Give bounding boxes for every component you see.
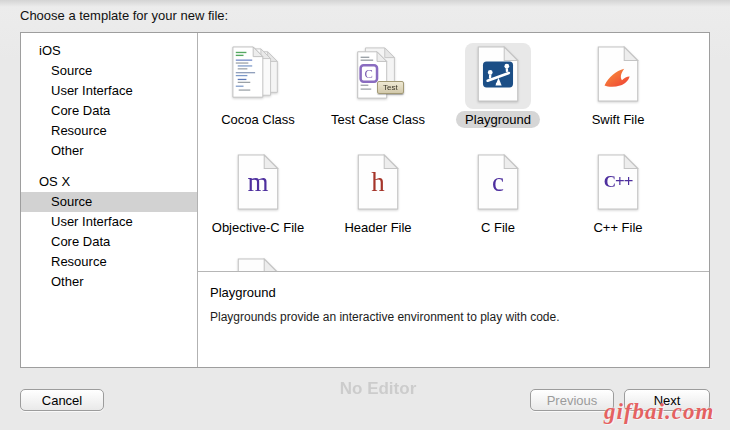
- partial-doc-icon: [235, 258, 281, 271]
- sidebar-item-osx-other[interactable]: Other: [21, 272, 197, 292]
- header-file-icon-wrap: h: [345, 151, 411, 217]
- swift-file-icon-wrap: [585, 43, 651, 109]
- template-cocoa-class[interactable]: Cocoa Class: [198, 43, 318, 151]
- sidebar-item-osx-core-data[interactable]: Core Data: [21, 232, 197, 252]
- next-button[interactable]: Next: [624, 389, 710, 411]
- c-file-icon: c: [475, 154, 521, 214]
- sidebar-item-ios-resource[interactable]: Resource: [21, 121, 197, 141]
- template-label: Header File: [344, 220, 411, 235]
- template-cpp-file[interactable]: C++ C++ File: [558, 151, 678, 255]
- cancel-button[interactable]: Cancel: [20, 389, 104, 411]
- test-case-class-icon: C Test: [350, 45, 406, 107]
- template-label-selected: Playground: [456, 112, 540, 127]
- cocoa-class-icon: [230, 45, 286, 107]
- sidebar-item-osx-source[interactable]: Source: [21, 192, 197, 212]
- sidebar-section-osx: OS X: [21, 172, 197, 192]
- template-test-case-class[interactable]: C Test Test Case Class: [318, 43, 438, 151]
- cpp-file-icon: C++: [595, 154, 641, 214]
- partial-doc-icon-wrap: [225, 255, 291, 271]
- cpp-file-icon-wrap: C++: [585, 151, 651, 217]
- objective-c-file-icon: m: [235, 154, 281, 214]
- template-label: Cocoa Class: [221, 112, 295, 127]
- template-playground[interactable]: Playground: [438, 43, 558, 151]
- sidebar-item-ios-other[interactable]: Other: [21, 141, 197, 161]
- template-partial-row3[interactable]: [198, 255, 318, 271]
- template-label: Swift File: [592, 112, 645, 127]
- svg-text:C: C: [365, 67, 373, 81]
- template-header-file[interactable]: h Header File: [318, 151, 438, 255]
- detail-divider: [198, 271, 709, 272]
- swift-file-icon: [595, 46, 641, 106]
- previous-button[interactable]: Previous: [530, 389, 614, 411]
- sidebar-item-ios-core-data[interactable]: Core Data: [21, 101, 197, 121]
- header-file-icon: h: [355, 154, 401, 214]
- template-grid: Cocoa Class C: [198, 33, 709, 271]
- template-label: Test Case Class: [331, 112, 425, 127]
- sidebar-section-ios: iOS: [21, 41, 197, 61]
- template-c-file[interactable]: c C File: [438, 151, 558, 255]
- c-file-icon-wrap: c: [465, 151, 531, 217]
- playground-icon: [475, 46, 521, 106]
- template-swift-file[interactable]: Swift File: [558, 43, 678, 151]
- category-sidebar: iOS Source User Interface Core Data Reso…: [21, 33, 198, 367]
- template-objective-c-file[interactable]: m Objective-C File: [198, 151, 318, 255]
- template-label: C File: [481, 220, 515, 235]
- detail-title: Playground: [210, 285, 697, 300]
- cocoa-class-icon-wrap: [225, 43, 291, 109]
- template-label: Objective-C File: [212, 220, 304, 235]
- test-badge: Test: [377, 81, 404, 94]
- template-detail: Playground Playgrounds provide an intera…: [210, 285, 697, 324]
- template-label: C++ File: [593, 220, 642, 235]
- dialog-title: Choose a template for your new file:: [20, 8, 228, 23]
- sidebar-item-osx-resource[interactable]: Resource: [21, 252, 197, 272]
- test-case-class-icon-wrap: C Test: [345, 43, 411, 109]
- playground-icon-wrap: [465, 43, 531, 109]
- no-editor-watermark: No Editor: [318, 379, 438, 399]
- template-chooser-panel: iOS Source User Interface Core Data Reso…: [20, 32, 710, 368]
- template-area: Cocoa Class C: [198, 33, 709, 367]
- detail-description: Playgrounds provide an interactive envir…: [210, 310, 697, 324]
- sidebar-item-ios-source[interactable]: Source: [21, 61, 197, 81]
- sidebar-item-ios-user-interface[interactable]: User Interface: [21, 81, 197, 101]
- sidebar-item-osx-user-interface[interactable]: User Interface: [21, 212, 197, 232]
- objective-c-file-icon-wrap: m: [225, 151, 291, 217]
